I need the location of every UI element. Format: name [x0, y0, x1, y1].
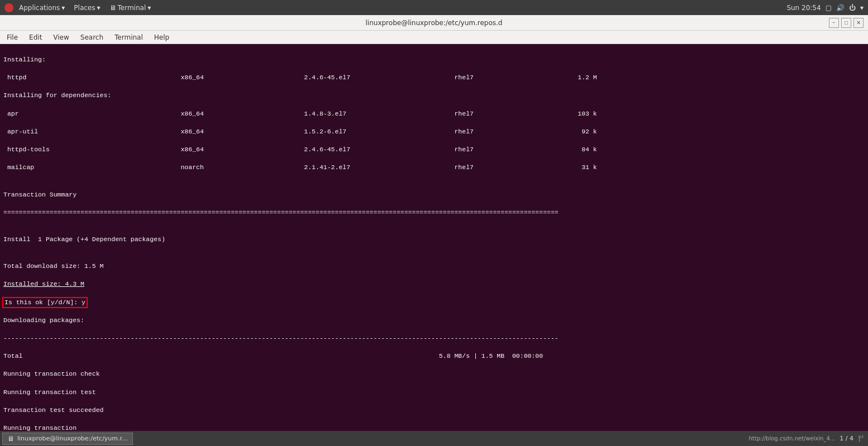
apps-arrow-icon: ▾ — [61, 4, 65, 12]
page-indicator: 1 / 4 — [840, 435, 853, 442]
line-12: Install 1 Package (+4 Dependent packages… — [3, 235, 865, 244]
terminal-arrow-icon: ▾ — [147, 4, 151, 12]
minimize-button[interactable]: − — [829, 18, 839, 28]
taskbar-terminal-label: linuxprobe@linuxprobe:/etc/yum.r... — [17, 435, 128, 442]
volume-icon: 🔊 — [836, 4, 845, 12]
line-14: Total download size: 1.5 M — [3, 262, 865, 271]
file-menu[interactable]: File — [2, 32, 22, 42]
terminal-app-menu[interactable]: Terminal — [110, 32, 147, 42]
line-15: Installed size: 4.3 M — [3, 280, 865, 289]
line-1: Installing: — [3, 55, 865, 64]
line-4: apr x86_64 1.4.8-3.el7 rhel7 103 k — [3, 109, 865, 118]
line-18: ----------------------------------------… — [3, 334, 865, 343]
system-bar-right: Sun 20:54 ▢ 🔊 ⏻ ▾ — [786, 4, 864, 12]
line-2: httpd x86_64 2.4.6-45.el7 rhel7 1.2 M — [3, 73, 865, 82]
menu-bar: File Edit View Search Terminal Help — [0, 31, 868, 44]
terminal-label: Terminal — [118, 4, 146, 12]
terminal-icon-small: 🖥 — [109, 4, 116, 12]
power-icon: ⏻ — [849, 4, 856, 12]
taskbar-right: http://blog.csdn.net/weixin_4... 1 / 4 🏴 — [748, 435, 866, 442]
terminal-content[interactable]: Installing: httpd x86_64 2.4.6-45.el7 rh… — [0, 44, 868, 446]
window-title: linuxprobe@linuxprobe:/etc/yum.repos.d — [366, 19, 503, 27]
title-bar-controls: − □ ✕ — [829, 18, 864, 28]
line-19: Total 5.8 MB/s | 1.5 MB 00:00:00 — [3, 352, 865, 361]
line-21: Running transaction test — [3, 388, 865, 397]
places-label: Places — [74, 4, 95, 12]
taskbar-flag-icon: 🏴 — [858, 435, 866, 442]
taskbar-terminal-icon: 🖥 — [7, 435, 15, 443]
edit-menu[interactable]: Edit — [25, 32, 46, 42]
view-menu[interactable]: View — [49, 32, 73, 42]
system-bar: Applications ▾ Places ▾ 🖥 Terminal ▾ Sun… — [0, 0, 868, 15]
fedora-icon — [4, 3, 13, 12]
taskbar: 🖥 linuxprobe@linuxprobe:/etc/yum.r... ht… — [0, 431, 868, 446]
system-time: Sun 20:54 — [786, 4, 821, 12]
search-menu[interactable]: Search — [76, 32, 108, 42]
taskbar-terminal-item[interactable]: 🖥 linuxprobe@linuxprobe:/etc/yum.r... — [2, 433, 133, 445]
applications-label: Applications — [19, 4, 60, 12]
taskbar-url: http://blog.csdn.net/weixin_4... — [748, 435, 835, 442]
places-menu[interactable]: Places ▾ — [70, 3, 103, 13]
arrow-down-icon: ▾ — [860, 4, 864, 12]
line-9: Transaction Summary — [3, 190, 865, 199]
line-6: httpd-tools x86_64 2.4.6-45.el7 rhel7 84… — [3, 145, 865, 154]
line-7: mailcap noarch 2.1.41-2.el7 rhel7 31 k — [3, 163, 865, 172]
title-bar: linuxprobe@linuxprobe:/etc/yum.repos.d −… — [0, 15, 868, 31]
line-10: ========================================… — [3, 208, 865, 217]
line-16: Is this ok [y/d/N]: y — [3, 298, 865, 307]
system-bar-left: Applications ▾ Places ▾ 🖥 Terminal ▾ — [4, 3, 154, 13]
line-5: apr-util x86_64 1.5.2-6.el7 rhel7 92 k — [3, 127, 865, 136]
help-menu[interactable]: Help — [150, 32, 174, 42]
line-20: Running transaction check — [3, 370, 865, 378]
terminal-window: linuxprobe@linuxprobe:/etc/yum.repos.d −… — [0, 15, 868, 446]
window-icon: ▢ — [826, 4, 832, 12]
maximize-button[interactable]: □ — [841, 18, 851, 28]
line-22: Transaction test succeeded — [3, 406, 865, 415]
applications-menu[interactable]: Applications ▾ — [16, 3, 68, 13]
line-17: Downloading packages: — [3, 316, 865, 325]
close-button[interactable]: ✕ — [853, 18, 864, 28]
places-arrow-icon: ▾ — [97, 4, 101, 12]
terminal-menu[interactable]: 🖥 Terminal ▾ — [106, 3, 155, 13]
line-3: Installing for dependencies: — [3, 91, 865, 100]
